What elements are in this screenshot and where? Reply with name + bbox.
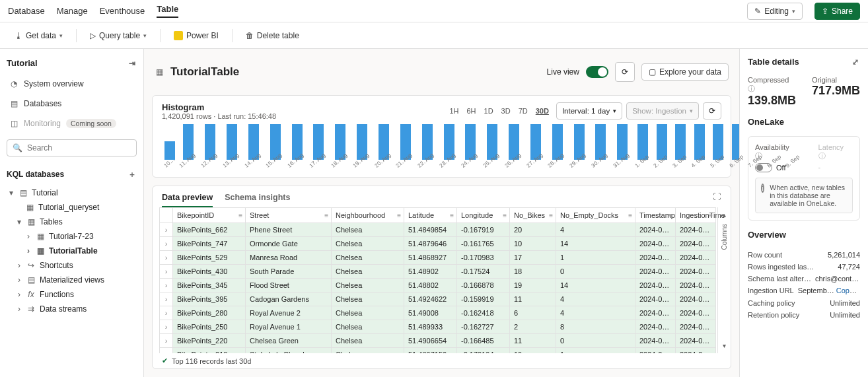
table-row[interactable]: ›BikePoints_218St. Luke's ChurchChelsea5… [160,348,716,354]
tree-tables[interactable]: ▾▦Tables [7,215,137,229]
table-row[interactable]: ›BikePoints_250Royal Avenue 1Chelsea51.4… [160,320,716,334]
tree-shortcuts[interactable]: ›↪Shortcuts [7,258,137,273]
sidebar-item-system-overview[interactable]: ◔ System overview [7,76,137,92]
table-row[interactable]: ›BikePoints_430South ParadeChelsea51.489… [160,265,716,279]
interval-select[interactable]: Interval: 1 day▾ [556,102,622,120]
show-select[interactable]: Show: Ingestion▾ [626,102,699,120]
overview-list: Row count5,261,014Rows ingested las…47,7… [748,249,860,321]
column-menu-icon[interactable]: ≡ [238,212,242,219]
range-30D[interactable]: 30D [532,105,552,117]
view-icon: ▤ [26,275,36,285]
availability-toggle[interactable] [755,163,772,172]
expand-row-icon[interactable]: › [160,292,173,306]
column-menu-icon[interactable]: ≡ [397,212,401,219]
expand-row-icon[interactable]: › [160,334,173,348]
database-icon: ▤ [9,99,18,108]
tab-eventhouse[interactable]: Eventhouse [100,6,145,16]
column-header[interactable]: No_Empty_Docks≡ [556,208,635,223]
sidebar-title: Tutorial [7,58,38,68]
table-row[interactable]: ›BikePoints_280Royal Avenue 2Chelsea51.4… [160,306,716,320]
power-bi-button[interactable]: Power BI [167,27,225,44]
sidebar-item-databases[interactable]: ▤ Databases [7,96,137,112]
range-3D[interactable]: 3D [498,105,514,117]
column-menu-icon[interactable]: ≡ [628,212,632,219]
query-table-button[interactable]: ▷ Query table ▾ [83,27,153,44]
add-icon[interactable]: ＋ [127,170,137,179]
expand-row-icon[interactable]: › [160,251,173,265]
onelake-title: OneLake [748,117,860,127]
table-row[interactable]: ›BikePoints_529Manresa RoadChelsea51.486… [160,251,716,265]
tab-database[interactable]: Database [8,6,45,16]
table-row[interactable]: ›BikePoints_220Chelsea GreenChelsea51.49… [160,334,716,348]
editing-dropdown[interactable]: ✎ Editing ▾ [747,3,803,20]
search-box[interactable]: 🔍 [7,139,137,156]
overview-row: Rows ingested las…47,724 [748,261,860,273]
range-1D[interactable]: 1D [481,105,497,117]
expand-row-icon[interactable]: › [160,223,173,237]
columns-panel-tab[interactable]: ▴ Columns ▾ [717,207,731,353]
column-menu-icon[interactable]: ≡ [549,212,553,219]
table-row[interactable]: ›BikePoints_747Ormonde GateChelsea51.487… [160,237,716,251]
expand-row-icon[interactable]: › [160,306,173,320]
histogram-refresh-button[interactable]: ⟳ [703,102,721,120]
range-6H[interactable]: 6H [463,105,479,117]
collapse-sidebar-icon[interactable]: ⇥ [127,59,137,68]
tab-schema-insights[interactable]: Schema insights [225,193,290,207]
column-header[interactable]: No_Bikes≡ [510,208,556,223]
column-header[interactable]: Latitude≡ [404,208,457,223]
column-menu-icon[interactable]: ≡ [503,212,507,219]
check-icon: ✔ [162,357,168,365]
share-button[interactable]: ⇪ Share [814,3,860,20]
column-menu-icon[interactable]: ≡ [450,212,454,219]
column-header[interactable]: Timestamp≡ [635,208,676,223]
expand-details-icon[interactable]: ⤢ [851,57,860,67]
trash-icon: 🗑 [246,31,254,40]
copy-uri-link[interactable]: Copy URI [836,287,860,294]
column-header[interactable]: BikepointID≡ [173,208,246,223]
expand-row-icon[interactable]: › [160,320,173,334]
expand-row-icon[interactable]: › [160,237,173,251]
compressed-label: Compressed [748,76,789,84]
powerbi-icon [174,31,183,40]
tree-tutorial[interactable]: ▾▤Tutorial [7,186,137,200]
get-data-button[interactable]: ⭳ Get data ▾ [8,27,69,44]
expand-icon[interactable]: ⛶ [712,192,721,201]
live-view-toggle[interactable] [586,66,608,78]
live-view-label: Live view [547,67,579,77]
expand-row-icon[interactable]: › [160,265,173,279]
info-icon: i [761,184,764,193]
tree-queryset[interactable]: ▦Tutorial_queryset [7,200,137,215]
column-header[interactable]: Longitude≡ [457,208,510,223]
column-menu-icon[interactable]: ≡ [669,212,672,219]
tree-table-1[interactable]: ›▦Tutorial-7-23 [7,229,137,244]
histogram-bar-label: 23. Aug [438,151,458,170]
page-title: TutorialTable [170,65,239,79]
tab-data-preview[interactable]: Data preview [162,193,213,207]
share-icon: ⇪ [822,7,828,16]
tab-table[interactable]: Table [157,4,178,18]
tab-manage[interactable]: Manage [57,6,88,16]
tree-functions[interactable]: ›fxFunctions [7,287,137,302]
table-row[interactable]: ›BikePoints_662Phene StreetChelsea51.484… [160,223,716,237]
refresh-button[interactable]: ⟳ [615,62,635,82]
explore-data-button[interactable]: ▢ Explore your data [641,63,729,81]
range-1H[interactable]: 1H [446,105,462,117]
search-input[interactable] [26,143,131,153]
tree-table-2-selected[interactable]: ›▦TutorialTable [7,244,137,258]
tree-datastreams[interactable]: ›⇉Data streams [7,302,137,316]
expand-row-icon[interactable]: › [160,348,173,354]
column-header[interactable]: Street≡ [246,208,332,223]
histogram-bar-label: 1. Sep [633,153,652,171]
table-row[interactable]: ›BikePoints_345Flood StreetChelsea51.488… [160,279,716,292]
chevron-down-icon: ▾ [613,108,616,114]
column-menu-icon[interactable]: ≡ [324,212,328,219]
table-row[interactable]: ›BikePoints_395Cadogan GardensChelsea51.… [160,292,716,306]
column-header[interactable]: Neighbourhood≡ [332,208,404,223]
tree-matviews[interactable]: ›▤Materialized views [7,273,137,287]
range-7D[interactable]: 7D [515,105,531,117]
expand-row-icon[interactable]: › [160,279,173,292]
table-icon: ▦ [36,246,45,256]
column-menu-icon[interactable]: ≡ [709,212,713,219]
column-header[interactable]: IngestionTime≡ [676,208,716,223]
delete-table-button[interactable]: 🗑 Delete table [239,27,306,44]
